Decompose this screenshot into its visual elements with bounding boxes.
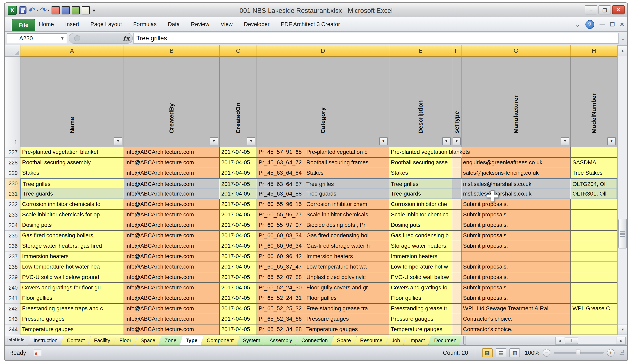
- row-header-235[interactable]: 235: [5, 231, 20, 241]
- cell-H232[interactable]: [571, 199, 617, 210]
- workbook-restore-icon[interactable]: ❐: [610, 22, 614, 28]
- undo-icon[interactable]: ↶: [28, 6, 35, 14]
- redo-icon[interactable]: ↷: [40, 6, 47, 14]
- cell-C228[interactable]: 2017-04-05: [220, 158, 257, 168]
- cell-E231[interactable]: Tree guards: [389, 189, 452, 199]
- cell-B241[interactable]: info@ABCArchitecture.com: [124, 293, 220, 304]
- ribbon-tab-insert[interactable]: Insert: [65, 21, 79, 28]
- cell-F237[interactable]: [452, 252, 462, 262]
- cell-H237[interactable]: [571, 252, 617, 262]
- sheet-tab-impact[interactable]: Impact: [403, 336, 431, 345]
- cell-C232[interactable]: 2017-04-05: [220, 199, 257, 210]
- cell-E234[interactable]: Dosing pots: [389, 220, 452, 231]
- filter-dropdown-icon[interactable]: ▼: [607, 138, 616, 145]
- cell-B239[interactable]: info@ABCArchitecture.com: [124, 272, 220, 283]
- filter-dropdown-icon[interactable]: ▼: [379, 138, 388, 145]
- zoom-slider[interactable]: [554, 352, 604, 354]
- cell-A238[interactable]: Low temperature hot water hea: [20, 262, 124, 272]
- cell-B237[interactable]: info@ABCArchitecture.com: [124, 252, 220, 262]
- column-header-E[interactable]: E: [389, 45, 452, 56]
- cell-F243[interactable]: [452, 314, 462, 324]
- column-header-F[interactable]: F: [452, 45, 462, 56]
- cell-G233[interactable]: Submit proposals.: [462, 210, 571, 220]
- sheet-tab-system[interactable]: System: [237, 336, 266, 345]
- cell-D229[interactable]: Pr_45_63_64_84 : Stakes: [257, 168, 389, 178]
- cell-G238[interactable]: Submit proposals.: [462, 262, 571, 272]
- sheet-tab-resource[interactable]: Resource: [354, 336, 388, 345]
- cell-D236[interactable]: Pr_60_60_96_34 : Gas-fired storage water…: [257, 241, 389, 252]
- row-header-232[interactable]: 232: [5, 199, 20, 210]
- cell-B236[interactable]: info@ABCArchitecture.com: [124, 241, 220, 252]
- row-header-239[interactable]: 239: [5, 272, 20, 283]
- previous-sheet-icon[interactable]: ◀: [13, 337, 16, 342]
- minimize-button[interactable]: –: [585, 5, 597, 14]
- cell-B238[interactable]: info@ABCArchitecture.com: [124, 262, 220, 272]
- cell-G239[interactable]: Submit proposals.: [462, 272, 571, 283]
- cell-E227[interactable]: Pre-planted vegetation blankets: [389, 147, 452, 158]
- cell-E242[interactable]: Freestanding grease tr: [389, 304, 452, 314]
- formula-bar-expand-icon[interactable]: ⌄: [618, 36, 628, 41]
- column-header-H[interactable]: H: [571, 45, 617, 56]
- cell-G230[interactable]: msf.sales@marshalls.co.uk: [462, 178, 571, 189]
- tab-splitter-handle[interactable]: [463, 336, 466, 344]
- column-header-A[interactable]: A: [20, 45, 124, 56]
- cell-D241[interactable]: Pr_65_52_24_31 : Floor gullies: [257, 293, 389, 304]
- close-button[interactable]: ✕: [612, 5, 624, 14]
- scroll-right-icon[interactable]: ▶: [616, 337, 626, 345]
- horizontal-scroll-thumb[interactable]: [565, 338, 578, 344]
- sheet-tab-instruction[interactable]: Instruction: [28, 336, 64, 345]
- cell-G235[interactable]: Submit proposals.: [462, 231, 571, 241]
- cell-F231[interactable]: [452, 189, 462, 199]
- column-header-G[interactable]: G: [462, 45, 571, 56]
- cell-D234[interactable]: Pr_60_55_97_07 : Biocide dosing pots ; P…: [257, 220, 389, 231]
- row-header-228[interactable]: 228: [5, 158, 20, 168]
- cell-B230[interactable]: info@ABCArchitecture.com: [124, 178, 220, 189]
- scroll-left-icon[interactable]: ◀: [555, 337, 564, 345]
- cell-C230[interactable]: 2017-04-05: [220, 178, 257, 189]
- cell-D240[interactable]: Pr_65_52_24_30 : Floor gully covers and …: [257, 283, 389, 293]
- cell-A228[interactable]: Rootball securing assembly: [20, 158, 124, 168]
- name-box-dropdown-icon[interactable]: ▼: [58, 34, 66, 43]
- next-sheet-icon[interactable]: ▶: [17, 337, 20, 342]
- sheet-tab-space[interactable]: Space: [134, 336, 162, 345]
- cell-A236[interactable]: Storage water heaters, gas fired: [20, 241, 124, 252]
- cell-B234[interactable]: info@ABCArchitecture.com: [124, 220, 220, 231]
- cell-C244[interactable]: 2017-04-05: [220, 324, 257, 335]
- cell-B242[interactable]: info@ABCArchitecture.com: [124, 304, 220, 314]
- cell-E236[interactable]: Storage water heaters,: [389, 241, 452, 252]
- cell-E229[interactable]: Stakes: [389, 168, 452, 178]
- column-header-B[interactable]: B: [124, 45, 220, 56]
- field-header-CreatedOn[interactable]: CreatedOn▼: [220, 56, 257, 147]
- cell-H230[interactable]: OLTG204, Oll: [571, 178, 617, 189]
- cell-B229[interactable]: info@ABCArchitecture.com: [124, 168, 220, 178]
- sheet-tab-facility[interactable]: Facility: [88, 336, 116, 345]
- cell-F244[interactable]: [452, 324, 462, 335]
- cell-E241[interactable]: Floor gullies: [389, 293, 452, 304]
- cell-E233[interactable]: Scale inhibitor chemica: [389, 210, 452, 220]
- cell-E240[interactable]: Covers and gratings fo: [389, 283, 452, 293]
- cell-A237[interactable]: Immersion heaters: [20, 252, 124, 262]
- cell-E232[interactable]: Corrosion inhibitor che: [389, 199, 452, 210]
- cell-A244[interactable]: Temperature gauges: [20, 324, 124, 335]
- cell-B243[interactable]: info@ABCArchitecture.com: [124, 314, 220, 324]
- cell-F235[interactable]: [452, 231, 462, 241]
- cell-E238[interactable]: Low temperature hot w: [389, 262, 452, 272]
- cell-B231[interactable]: info@ABCArchitecture.com: [124, 189, 220, 199]
- field-header-setType[interactable]: setType▼: [452, 56, 462, 147]
- select-all-corner[interactable]: [5, 45, 20, 56]
- ribbon-collapse-icon[interactable]: ⌄: [575, 21, 580, 28]
- scroll-up-icon[interactable]: ▲: [618, 45, 628, 56]
- filter-dropdown-icon[interactable]: ▼: [210, 138, 218, 145]
- cell-B233[interactable]: info@ABCArchitecture.com: [124, 210, 220, 220]
- sheet-tab-contact[interactable]: Contact: [61, 336, 91, 345]
- sheet-tab-assembly[interactable]: Assembly: [264, 336, 298, 345]
- cell-F229[interactable]: [452, 168, 462, 178]
- zoom-level[interactable]: 100%: [525, 350, 540, 356]
- filter-dropdown-icon[interactable]: ▼: [453, 138, 461, 145]
- normal-view-button[interactable]: ▦: [482, 348, 492, 357]
- filter-dropdown-icon[interactable]: ▼: [247, 138, 255, 145]
- name-box[interactable]: A230 ▼: [7, 33, 67, 43]
- row-header-230[interactable]: 230: [5, 178, 20, 189]
- cell-G242[interactable]: WPL Ltd Sewage Treatment & Rai: [462, 304, 571, 314]
- cell-D242[interactable]: Pr_65_52_25_32 : Free-standing grease tr…: [257, 304, 389, 314]
